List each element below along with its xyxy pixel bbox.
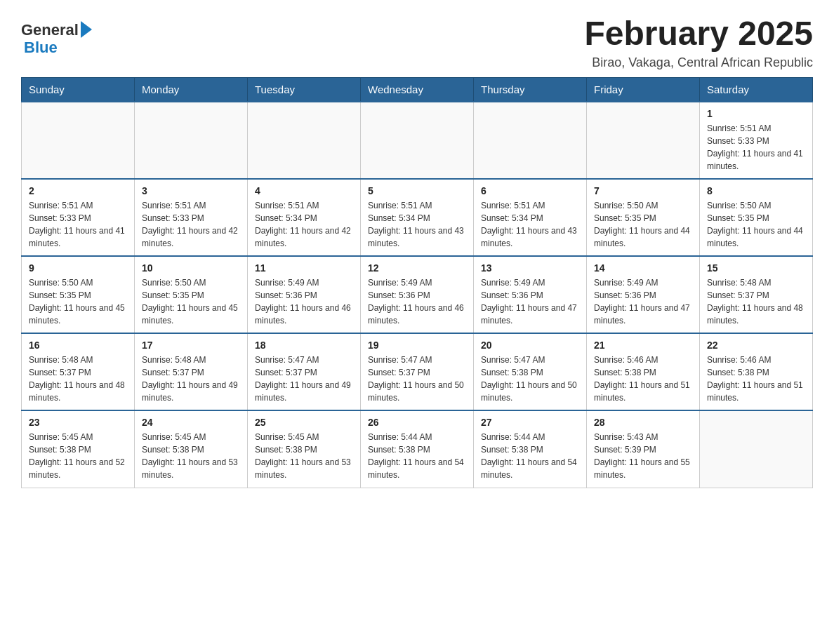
day-info: Sunrise: 5:46 AM Sunset: 5:38 PM Dayligh… (594, 354, 692, 404)
day-info: Sunrise: 5:49 AM Sunset: 5:36 PM Dayligh… (594, 276, 692, 327)
logo-general-text: General (21, 22, 79, 39)
day-number: 15 (707, 262, 805, 274)
day-info: Sunrise: 5:50 AM Sunset: 5:35 PM Dayligh… (594, 199, 692, 250)
day-number: 22 (707, 340, 805, 351)
calendar-week-row: 1Sunrise: 5:51 AM Sunset: 5:33 PM Daylig… (22, 102, 813, 179)
day-number: 20 (481, 340, 579, 351)
calendar-week-row: 23Sunrise: 5:45 AM Sunset: 5:38 PM Dayli… (22, 410, 813, 488)
calendar-day-cell: 8Sunrise: 5:50 AM Sunset: 5:35 PM Daylig… (700, 179, 813, 256)
calendar-day-cell: 9Sunrise: 5:50 AM Sunset: 5:35 PM Daylig… (22, 256, 135, 333)
calendar-day-cell: 24Sunrise: 5:45 AM Sunset: 5:38 PM Dayli… (135, 410, 248, 488)
day-info: Sunrise: 5:51 AM Sunset: 5:33 PM Dayligh… (29, 199, 127, 250)
calendar-day-cell: 7Sunrise: 5:50 AM Sunset: 5:35 PM Daylig… (587, 179, 700, 256)
day-number: 25 (255, 417, 353, 428)
calendar-day-cell: 4Sunrise: 5:51 AM Sunset: 5:34 PM Daylig… (248, 179, 361, 256)
calendar-day-cell: 26Sunrise: 5:44 AM Sunset: 5:38 PM Dayli… (361, 410, 474, 488)
day-number: 1 (707, 108, 805, 119)
day-info: Sunrise: 5:43 AM Sunset: 5:39 PM Dayligh… (594, 431, 692, 481)
logo-content: General Blue (21, 21, 92, 56)
day-info: Sunrise: 5:47 AM Sunset: 5:37 PM Dayligh… (368, 354, 466, 404)
day-number: 27 (481, 417, 579, 428)
calendar-week-row: 16Sunrise: 5:48 AM Sunset: 5:37 PM Dayli… (22, 333, 813, 410)
logo: General Blue (21, 21, 92, 56)
page-subtitle: Birao, Vakaga, Central African Republic (584, 55, 813, 70)
calendar-day-cell: 27Sunrise: 5:44 AM Sunset: 5:38 PM Dayli… (474, 410, 587, 488)
calendar-day-cell: 5Sunrise: 5:51 AM Sunset: 5:34 PM Daylig… (361, 179, 474, 256)
calendar-day-header: Wednesday (361, 78, 474, 102)
calendar-day-cell: 6Sunrise: 5:51 AM Sunset: 5:34 PM Daylig… (474, 179, 587, 256)
calendar-week-row: 9Sunrise: 5:50 AM Sunset: 5:35 PM Daylig… (22, 256, 813, 333)
day-number: 2 (29, 185, 127, 196)
day-info: Sunrise: 5:44 AM Sunset: 5:38 PM Dayligh… (481, 431, 579, 481)
calendar-day-cell: 3Sunrise: 5:51 AM Sunset: 5:33 PM Daylig… (135, 179, 248, 256)
day-info: Sunrise: 5:49 AM Sunset: 5:36 PM Dayligh… (368, 276, 466, 327)
calendar-day-cell (474, 102, 587, 179)
calendar-day-cell: 22Sunrise: 5:46 AM Sunset: 5:38 PM Dayli… (700, 333, 813, 410)
day-info: Sunrise: 5:45 AM Sunset: 5:38 PM Dayligh… (29, 431, 127, 481)
day-number: 16 (29, 340, 127, 351)
day-info: Sunrise: 5:49 AM Sunset: 5:36 PM Dayligh… (481, 276, 579, 327)
calendar-day-header: Thursday (474, 78, 587, 102)
day-info: Sunrise: 5:51 AM Sunset: 5:34 PM Dayligh… (368, 199, 466, 250)
calendar-day-cell: 18Sunrise: 5:47 AM Sunset: 5:37 PM Dayli… (248, 333, 361, 410)
day-number: 24 (142, 417, 240, 428)
day-number: 3 (142, 185, 240, 196)
calendar-day-cell: 10Sunrise: 5:50 AM Sunset: 5:35 PM Dayli… (135, 256, 248, 333)
day-number: 12 (368, 262, 466, 274)
calendar-day-cell (135, 102, 248, 179)
calendar-day-cell: 28Sunrise: 5:43 AM Sunset: 5:39 PM Dayli… (587, 410, 700, 488)
day-number: 23 (29, 417, 127, 428)
day-number: 7 (594, 185, 692, 196)
calendar-table: SundayMondayTuesdayWednesdayThursdayFrid… (21, 77, 813, 488)
page-title: February 2025 (584, 14, 813, 53)
day-info: Sunrise: 5:47 AM Sunset: 5:37 PM Dayligh… (255, 354, 353, 404)
day-number: 19 (368, 340, 466, 351)
day-info: Sunrise: 5:48 AM Sunset: 5:37 PM Dayligh… (29, 354, 127, 404)
calendar-day-cell (361, 102, 474, 179)
day-number: 6 (481, 185, 579, 196)
day-info: Sunrise: 5:50 AM Sunset: 5:35 PM Dayligh… (29, 276, 127, 327)
calendar-day-header: Monday (135, 78, 248, 102)
day-number: 14 (594, 262, 692, 274)
day-info: Sunrise: 5:47 AM Sunset: 5:38 PM Dayligh… (481, 354, 579, 404)
calendar-day-cell: 13Sunrise: 5:49 AM Sunset: 5:36 PM Dayli… (474, 256, 587, 333)
day-info: Sunrise: 5:51 AM Sunset: 5:34 PM Dayligh… (481, 199, 579, 250)
calendar-day-cell: 12Sunrise: 5:49 AM Sunset: 5:36 PM Dayli… (361, 256, 474, 333)
calendar-day-cell: 16Sunrise: 5:48 AM Sunset: 5:37 PM Dayli… (22, 333, 135, 410)
day-number: 8 (707, 185, 805, 196)
day-number: 18 (255, 340, 353, 351)
calendar-day-cell (587, 102, 700, 179)
calendar-day-cell: 21Sunrise: 5:46 AM Sunset: 5:38 PM Dayli… (587, 333, 700, 410)
title-section: February 2025 Birao, Vakaga, Central Afr… (584, 14, 813, 70)
day-info: Sunrise: 5:45 AM Sunset: 5:38 PM Dayligh… (142, 431, 240, 481)
day-info: Sunrise: 5:44 AM Sunset: 5:38 PM Dayligh… (368, 431, 466, 481)
day-number: 5 (368, 185, 466, 196)
day-info: Sunrise: 5:51 AM Sunset: 5:33 PM Dayligh… (142, 199, 240, 250)
calendar-day-cell (248, 102, 361, 179)
calendar-day-header: Saturday (700, 78, 813, 102)
calendar-day-cell: 20Sunrise: 5:47 AM Sunset: 5:38 PM Dayli… (474, 333, 587, 410)
day-info: Sunrise: 5:45 AM Sunset: 5:38 PM Dayligh… (255, 431, 353, 481)
calendar-day-header: Tuesday (248, 78, 361, 102)
calendar-day-header: Sunday (22, 78, 135, 102)
day-info: Sunrise: 5:50 AM Sunset: 5:35 PM Dayligh… (142, 276, 240, 327)
day-info: Sunrise: 5:48 AM Sunset: 5:37 PM Dayligh… (142, 354, 240, 404)
calendar-day-cell: 15Sunrise: 5:48 AM Sunset: 5:37 PM Dayli… (700, 256, 813, 333)
calendar-day-cell (700, 410, 813, 488)
day-info: Sunrise: 5:49 AM Sunset: 5:36 PM Dayligh… (255, 276, 353, 327)
calendar-week-row: 2Sunrise: 5:51 AM Sunset: 5:33 PM Daylig… (22, 179, 813, 256)
calendar-day-header: Friday (587, 78, 700, 102)
day-number: 17 (142, 340, 240, 351)
calendar-day-cell: 11Sunrise: 5:49 AM Sunset: 5:36 PM Dayli… (248, 256, 361, 333)
page-header: General Blue February 2025 Birao, Vakaga… (21, 14, 813, 70)
day-number: 10 (142, 262, 240, 274)
logo-blue-text: Blue (24, 39, 92, 56)
day-info: Sunrise: 5:46 AM Sunset: 5:38 PM Dayligh… (707, 354, 805, 404)
day-number: 21 (594, 340, 692, 351)
day-info: Sunrise: 5:50 AM Sunset: 5:35 PM Dayligh… (707, 199, 805, 250)
calendar-day-cell: 25Sunrise: 5:45 AM Sunset: 5:38 PM Dayli… (248, 410, 361, 488)
day-number: 28 (594, 417, 692, 428)
calendar-day-cell: 14Sunrise: 5:49 AM Sunset: 5:36 PM Dayli… (587, 256, 700, 333)
calendar-day-cell: 23Sunrise: 5:45 AM Sunset: 5:38 PM Dayli… (22, 410, 135, 488)
day-number: 13 (481, 262, 579, 274)
